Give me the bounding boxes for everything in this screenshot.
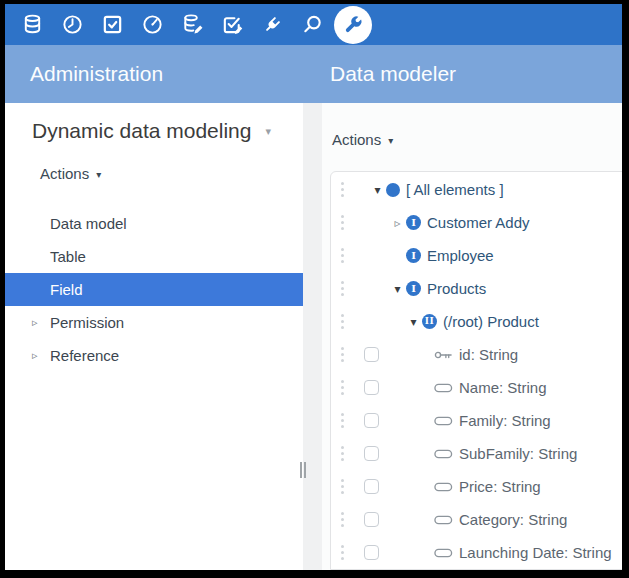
tree-node-label: (/root) Product: [443, 313, 539, 330]
tree-row-employee[interactable]: IEmployee: [331, 239, 622, 272]
key-icon: [434, 349, 453, 361]
root-element-icon: II: [422, 314, 437, 329]
tree-row-price-string[interactable]: Price: String: [331, 470, 622, 503]
row-checkbox[interactable]: [364, 512, 379, 527]
drag-handle-icon[interactable]: [341, 380, 344, 395]
right-panel-header: Data modeler: [322, 62, 456, 86]
actions-label: Actions: [40, 165, 89, 182]
actions-dropdown-left[interactable]: Actions ▾: [40, 165, 303, 182]
toolbar-button-database[interactable]: [12, 5, 52, 45]
field-icon: [434, 481, 453, 493]
tree-node-label: Category: String: [459, 511, 567, 528]
toolbar-button-search[interactable]: [292, 5, 332, 45]
drag-handle-icon[interactable]: [341, 347, 344, 362]
clock-icon: [61, 13, 84, 36]
collapsed-caret-icon[interactable]: ▹: [32, 349, 38, 362]
actions-label: Actions: [332, 131, 381, 148]
tree-row-name-string[interactable]: Name: String: [331, 371, 622, 404]
field-icon: [434, 448, 453, 460]
tree-node-label: Name: String: [459, 379, 547, 396]
nav-item-table[interactable]: Table: [5, 240, 303, 273]
database-icon: [21, 13, 44, 36]
drag-handle-icon[interactable]: [341, 248, 344, 263]
nav-item-data-model[interactable]: Data model: [5, 207, 303, 240]
drag-handle-icon[interactable]: [341, 182, 344, 197]
wrench-icon: [342, 14, 364, 36]
app-window: Administration Data modeler Dynamic data…: [0, 0, 629, 578]
toolbar-button-database-edit[interactable]: [172, 5, 212, 45]
tree-row-products[interactable]: ▾IProducts: [331, 272, 622, 305]
tree-row-root-product[interactable]: ▾II(/root) Product: [331, 305, 622, 338]
tree-row-subfamily-string[interactable]: SubFamily: String: [331, 437, 622, 470]
drag-handle-icon[interactable]: [341, 314, 344, 329]
tree-node-label: Employee: [427, 247, 494, 264]
top-toolbar: [5, 4, 622, 45]
tree-row-category-string[interactable]: Category: String: [331, 503, 622, 536]
collapsed-caret-icon[interactable]: ▹: [32, 316, 38, 329]
row-checkbox[interactable]: [364, 479, 379, 494]
collapsed-caret-icon[interactable]: ▹: [392, 216, 403, 230]
page-title: Dynamic data modeling: [32, 119, 251, 143]
info-icon: I: [406, 248, 421, 263]
toolbar-button-clock[interactable]: [52, 5, 92, 45]
tree-node-label: [ All elements ]: [406, 181, 504, 198]
tree-row-family-string[interactable]: Family: String: [331, 404, 622, 437]
nav-item-label: Field: [50, 281, 83, 298]
row-checkbox[interactable]: [364, 545, 379, 560]
tree-row-id-string[interactable]: id: String: [331, 338, 622, 371]
tree-node-label: SubFamily: String: [459, 445, 577, 462]
tree-row-all-elements[interactable]: ▾[ All elements ]: [331, 173, 622, 206]
toolbar-button-plug[interactable]: [252, 5, 292, 45]
dashboard-icon: [141, 13, 164, 36]
nav-item-permission[interactable]: ▹Permission: [5, 306, 303, 339]
nav-item-reference[interactable]: ▹Reference: [5, 339, 303, 372]
left-panel-header-title: Administration: [30, 62, 163, 85]
drag-handle-icon[interactable]: [341, 215, 344, 230]
toolbar-button-check-square-edit[interactable]: [212, 5, 252, 45]
toolbar-button-dashboard[interactable]: [132, 5, 172, 45]
expanded-caret-icon[interactable]: ▾: [408, 315, 419, 329]
nav-item-field[interactable]: Field: [5, 273, 303, 306]
right-panel-header-title: Data modeler: [330, 62, 456, 85]
tree-node-label: Products: [427, 280, 486, 297]
row-checkbox[interactable]: [364, 446, 379, 461]
all-elements-icon: [386, 183, 400, 197]
row-checkbox[interactable]: [364, 380, 379, 395]
panel-resize-handle[interactable]: [300, 462, 306, 478]
drag-handle-icon[interactable]: [341, 281, 344, 296]
chevron-down-icon: ▾: [96, 168, 101, 180]
drag-handle-icon[interactable]: [341, 413, 344, 428]
field-icon: [434, 547, 453, 559]
row-checkbox[interactable]: [364, 347, 379, 362]
check-square-icon: [101, 13, 124, 36]
left-panel-header: Administration: [5, 62, 322, 86]
actions-dropdown-right[interactable]: Actions ▾: [332, 131, 622, 148]
chevron-down-icon: ▾: [388, 134, 393, 146]
nav-item-label: Reference: [50, 347, 119, 364]
field-icon: [434, 514, 453, 526]
tree-row-customer-addy[interactable]: ▹ICustomer Addy: [331, 206, 622, 239]
left-panel: Dynamic data modeling ▾ Actions ▾ Data m…: [5, 103, 303, 570]
nav-item-label: Permission: [50, 314, 124, 331]
tree-node-label: id: String: [459, 346, 518, 363]
nav-item-label: Data model: [50, 215, 127, 232]
row-checkbox[interactable]: [364, 413, 379, 428]
drag-handle-icon[interactable]: [341, 545, 344, 560]
info-icon: I: [406, 281, 421, 296]
tree-row-launching-date-string[interactable]: Launching Date: String: [331, 536, 622, 569]
tree-node-label: Launching Date: String: [459, 544, 612, 561]
toolbar-button-check-square[interactable]: [92, 5, 132, 45]
drag-handle-icon[interactable]: [341, 479, 344, 494]
tree-node-label: Family: String: [459, 412, 551, 429]
drag-handle-icon[interactable]: [341, 512, 344, 527]
panel-divider: [303, 103, 322, 570]
expanded-caret-icon[interactable]: ▾: [372, 183, 383, 197]
toolbar-button-wrench[interactable]: [334, 6, 372, 44]
plug-icon: [261, 13, 284, 36]
field-icon: [434, 382, 453, 394]
title-dropdown-caret-icon[interactable]: ▾: [265, 125, 271, 138]
expanded-caret-icon[interactable]: ▾: [392, 282, 403, 296]
info-icon: I: [406, 215, 421, 230]
main-body: Dynamic data modeling ▾ Actions ▾ Data m…: [5, 103, 622, 570]
drag-handle-icon[interactable]: [341, 446, 344, 461]
